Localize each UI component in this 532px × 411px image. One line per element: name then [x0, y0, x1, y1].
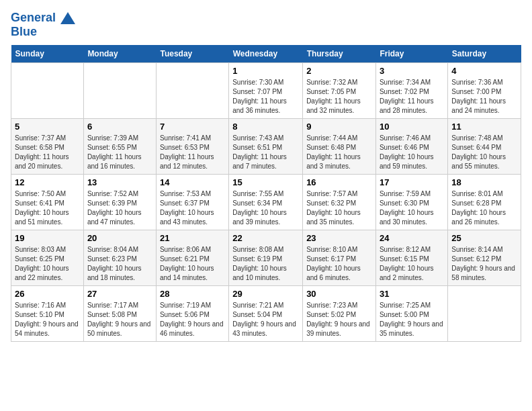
calendar-cell — [11, 63, 84, 119]
day-info: Sunrise: 7:48 AM Sunset: 6:44 PM Dayligh… — [451, 134, 517, 171]
day-number: 3 — [380, 66, 444, 76]
day-number: 23 — [306, 233, 372, 243]
day-number: 10 — [380, 122, 444, 132]
calendar-cell: 22Sunrise: 8:08 AM Sunset: 6:19 PM Dayli… — [229, 230, 303, 286]
day-info: Sunrise: 7:23 AM Sunset: 5:02 PM Dayligh… — [306, 301, 372, 338]
calendar-cell: 23Sunrise: 8:10 AM Sunset: 6:17 PM Dayli… — [303, 230, 376, 286]
day-number: 5 — [15, 122, 80, 132]
day-info: Sunrise: 7:46 AM Sunset: 6:46 PM Dayligh… — [380, 134, 444, 171]
header-sunday: Sunday — [11, 45, 84, 63]
calendar-week-2: 5Sunrise: 7:37 AM Sunset: 6:58 PM Daylig… — [11, 119, 521, 175]
day-number: 17 — [380, 177, 444, 187]
calendar-cell: 24Sunrise: 8:12 AM Sunset: 6:15 PM Dayli… — [375, 230, 447, 286]
calendar-week-1: 1Sunrise: 7:30 AM Sunset: 7:07 PM Daylig… — [11, 63, 521, 119]
page-header: General Blue — [11, 11, 521, 38]
day-number: 9 — [306, 122, 372, 132]
day-number: 2 — [306, 66, 372, 76]
day-info: Sunrise: 7:43 AM Sunset: 6:51 PM Dayligh… — [232, 134, 299, 171]
day-info: Sunrise: 8:03 AM Sunset: 6:25 PM Dayligh… — [15, 245, 80, 283]
day-number: 12 — [15, 177, 80, 187]
header-monday: Monday — [83, 45, 156, 63]
day-info: Sunrise: 7:36 AM Sunset: 7:00 PM Dayligh… — [451, 78, 517, 116]
day-number: 16 — [306, 177, 372, 187]
calendar-cell: 7Sunrise: 7:41 AM Sunset: 6:53 PM Daylig… — [156, 119, 228, 175]
day-info: Sunrise: 7:53 AM Sunset: 6:37 PM Dayligh… — [160, 189, 225, 227]
day-info: Sunrise: 7:34 AM Sunset: 7:02 PM Dayligh… — [380, 78, 444, 116]
day-number: 4 — [451, 66, 517, 76]
day-info: Sunrise: 8:08 AM Sunset: 6:19 PM Dayligh… — [232, 245, 299, 283]
day-info: Sunrise: 7:41 AM Sunset: 6:53 PM Dayligh… — [160, 134, 225, 171]
day-info: Sunrise: 8:04 AM Sunset: 6:23 PM Dayligh… — [87, 245, 152, 283]
calendar-cell — [83, 63, 156, 119]
calendar-cell: 9Sunrise: 7:44 AM Sunset: 6:48 PM Daylig… — [303, 119, 376, 175]
day-number: 18 — [451, 177, 517, 187]
header-saturday: Saturday — [448, 45, 521, 63]
day-number: 11 — [451, 122, 517, 132]
calendar-cell: 12Sunrise: 7:50 AM Sunset: 6:41 PM Dayli… — [11, 175, 84, 230]
header-thursday: Thursday — [303, 45, 376, 63]
day-info: Sunrise: 7:30 AM Sunset: 7:07 PM Dayligh… — [232, 78, 299, 116]
day-number: 21 — [160, 233, 225, 243]
header-friday: Friday — [375, 45, 447, 63]
calendar-cell: 14Sunrise: 7:53 AM Sunset: 6:37 PM Dayli… — [156, 175, 228, 230]
calendar-cell: 28Sunrise: 7:19 AM Sunset: 5:06 PM Dayli… — [156, 286, 228, 342]
day-number: 28 — [160, 289, 225, 299]
day-info: Sunrise: 7:50 AM Sunset: 6:41 PM Dayligh… — [15, 189, 80, 227]
logo-icon — [60, 12, 75, 24]
day-number: 6 — [87, 122, 152, 132]
day-number: 19 — [15, 233, 80, 243]
day-info: Sunrise: 7:17 AM Sunset: 5:08 PM Dayligh… — [87, 301, 152, 338]
day-number: 1 — [232, 66, 299, 76]
day-info: Sunrise: 7:55 AM Sunset: 6:34 PM Dayligh… — [232, 189, 299, 227]
day-info: Sunrise: 7:32 AM Sunset: 7:05 PM Dayligh… — [306, 78, 372, 116]
calendar-cell: 16Sunrise: 7:57 AM Sunset: 6:32 PM Dayli… — [303, 175, 376, 230]
day-number: 26 — [15, 289, 80, 299]
calendar-cell — [156, 63, 228, 119]
day-info: Sunrise: 7:59 AM Sunset: 6:30 PM Dayligh… — [380, 189, 444, 227]
calendar-cell: 30Sunrise: 7:23 AM Sunset: 5:02 PM Dayli… — [303, 286, 376, 342]
day-number: 14 — [160, 177, 225, 187]
logo-text: General Blue — [11, 11, 75, 38]
day-info: Sunrise: 7:39 AM Sunset: 6:55 PM Dayligh… — [87, 134, 152, 171]
calendar-cell: 6Sunrise: 7:39 AM Sunset: 6:55 PM Daylig… — [83, 119, 156, 175]
calendar-cell: 21Sunrise: 8:06 AM Sunset: 6:21 PM Dayli… — [156, 230, 228, 286]
calendar-week-4: 19Sunrise: 8:03 AM Sunset: 6:25 PM Dayli… — [11, 230, 521, 286]
calendar-cell: 18Sunrise: 8:01 AM Sunset: 6:28 PM Dayli… — [448, 175, 521, 230]
calendar-cell: 31Sunrise: 7:25 AM Sunset: 5:00 PM Dayli… — [375, 286, 447, 342]
day-number: 31 — [380, 289, 444, 299]
calendar-cell: 19Sunrise: 8:03 AM Sunset: 6:25 PM Dayli… — [11, 230, 84, 286]
day-number: 24 — [380, 233, 444, 243]
day-number: 27 — [87, 289, 152, 299]
day-info: Sunrise: 8:10 AM Sunset: 6:17 PM Dayligh… — [306, 245, 372, 283]
day-number: 7 — [160, 122, 225, 132]
calendar-cell — [448, 286, 521, 342]
day-info: Sunrise: 7:37 AM Sunset: 6:58 PM Dayligh… — [15, 134, 80, 171]
calendar-header-row: SundayMondayTuesdayWednesdayThursdayFrid… — [11, 45, 521, 63]
day-info: Sunrise: 7:19 AM Sunset: 5:06 PM Dayligh… — [160, 301, 225, 338]
day-number: 20 — [87, 233, 152, 243]
day-info: Sunrise: 7:52 AM Sunset: 6:39 PM Dayligh… — [87, 189, 152, 227]
header-tuesday: Tuesday — [156, 45, 228, 63]
calendar-cell: 10Sunrise: 7:46 AM Sunset: 6:46 PM Dayli… — [375, 119, 447, 175]
calendar-week-5: 26Sunrise: 7:16 AM Sunset: 5:10 PM Dayli… — [11, 286, 521, 342]
calendar-cell: 15Sunrise: 7:55 AM Sunset: 6:34 PM Dayli… — [229, 175, 303, 230]
calendar-cell: 27Sunrise: 7:17 AM Sunset: 5:08 PM Dayli… — [83, 286, 156, 342]
day-number: 13 — [87, 177, 152, 187]
calendar-cell: 2Sunrise: 7:32 AM Sunset: 7:05 PM Daylig… — [303, 63, 376, 119]
day-info: Sunrise: 7:57 AM Sunset: 6:32 PM Dayligh… — [306, 189, 372, 227]
day-number: 25 — [451, 233, 517, 243]
header-wednesday: Wednesday — [229, 45, 303, 63]
day-info: Sunrise: 8:14 AM Sunset: 6:12 PM Dayligh… — [451, 245, 517, 283]
day-info: Sunrise: 8:01 AM Sunset: 6:28 PM Dayligh… — [451, 189, 517, 227]
calendar-cell: 8Sunrise: 7:43 AM Sunset: 6:51 PM Daylig… — [229, 119, 303, 175]
day-info: Sunrise: 8:12 AM Sunset: 6:15 PM Dayligh… — [380, 245, 444, 283]
day-number: 29 — [232, 289, 299, 299]
calendar-cell: 13Sunrise: 7:52 AM Sunset: 6:39 PM Dayli… — [83, 175, 156, 230]
calendar-cell: 29Sunrise: 7:21 AM Sunset: 5:04 PM Dayli… — [229, 286, 303, 342]
day-info: Sunrise: 7:44 AM Sunset: 6:48 PM Dayligh… — [306, 134, 372, 171]
day-info: Sunrise: 7:16 AM Sunset: 5:10 PM Dayligh… — [15, 301, 80, 338]
day-number: 15 — [232, 177, 299, 187]
day-info: Sunrise: 7:25 AM Sunset: 5:00 PM Dayligh… — [380, 301, 444, 338]
calendar-cell: 5Sunrise: 7:37 AM Sunset: 6:58 PM Daylig… — [11, 119, 84, 175]
calendar-cell: 3Sunrise: 7:34 AM Sunset: 7:02 PM Daylig… — [375, 63, 447, 119]
